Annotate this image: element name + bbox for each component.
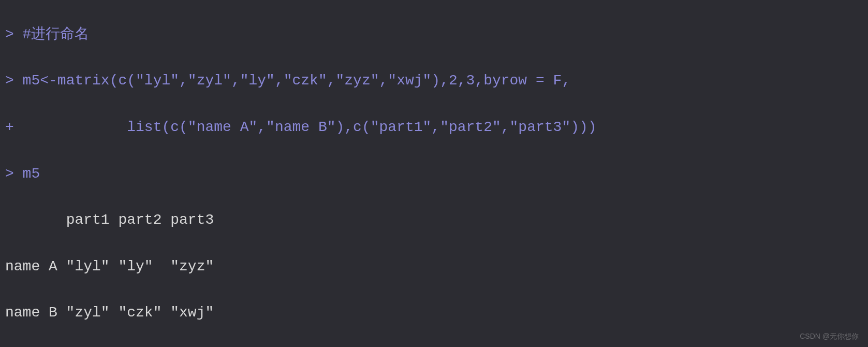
console-line: + list(c("name A","name B"),c("part1","p…	[5, 116, 863, 139]
r-console[interactable]: > #进行命名 > m5<-matrix(c("lyl","zyl","ly",…	[0, 0, 868, 347]
prompt: >	[5, 73, 14, 89]
output-line: part1 part2 part3	[5, 209, 863, 232]
prompt: >	[5, 166, 14, 182]
continuation-prompt: +	[5, 119, 14, 135]
matrix-header: part1 part2 part3	[5, 212, 214, 228]
output-line: name B "zyl" "czk" "xwj"	[5, 301, 863, 325]
watermark: CSDN @无你想你	[800, 330, 859, 342]
console-line: > m5	[5, 163, 863, 186]
console-line: > m5<-matrix(c("lyl","zyl","ly","czk","z…	[5, 69, 863, 93]
code-text: m5<-matrix(c("lyl","zyl","ly","czk","zyz…	[14, 73, 570, 89]
prompt: >	[5, 26, 14, 42]
code-text: list(c("name A","name B"),c("part1","par…	[14, 119, 597, 135]
code-text: m5	[14, 166, 40, 182]
matrix-row: name B "zyl" "czk" "xwj"	[5, 305, 214, 321]
code-text: #进行命名	[14, 26, 90, 42]
console-line: > #进行命名	[5, 23, 863, 47]
matrix-row: name A "lyl" "ly" "zyz"	[5, 258, 214, 274]
output-line: name A "lyl" "ly" "zyz"	[5, 255, 863, 279]
